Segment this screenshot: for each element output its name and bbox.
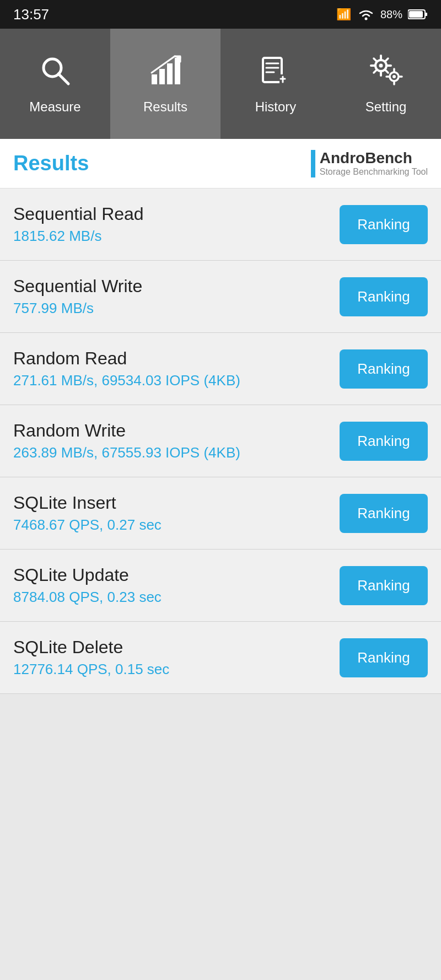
result-value-sqlite-update: 8784.08 QPS, 0.23 sec [13,589,340,606]
wifi-icon [357,8,375,21]
measure-icon [38,53,72,93]
svg-point-16 [379,63,383,67]
result-row-sqlite-insert: SQLite Insert 7468.67 QPS, 0.27 sec Rank… [0,477,441,550]
result-info-random-write: Random Write 263.89 MB/s, 67555.93 IOPS … [13,421,340,461]
result-value-sequential-read: 1815.62 MB/s [13,228,340,245]
svg-line-6 [58,74,68,84]
svg-line-24 [374,70,377,73]
result-name-sequential-write: Sequential Write [13,276,340,297]
tab-results-label: Results [143,99,187,115]
svg-text:📶: 📶 [336,8,352,20]
svg-rect-8 [159,69,165,84]
svg-rect-4 [409,11,423,18]
tab-setting[interactable]: Setting [331,29,441,139]
results-list: Sequential Read 1815.62 MB/s Ranking Seq… [0,189,441,694]
tab-history[interactable]: History [220,29,331,139]
result-info-sqlite-update: SQLite Update 8784.08 QPS, 0.23 sec [13,565,340,606]
ranking-button-sqlite-update[interactable]: Ranking [340,566,428,605]
ranking-button-random-write[interactable]: Ranking [340,422,428,461]
logo-sub-text: Storage Benchmarking Tool [320,167,428,177]
ranking-button-sqlite-insert[interactable]: Ranking [340,494,428,533]
logo-bar [311,150,315,177]
result-name-sequential-read: Sequential Read [13,204,340,224]
result-info-sqlite-insert: SQLite Insert 7468.67 QPS, 0.27 sec [13,493,340,534]
result-row-sqlite-delete: SQLite Delete 12776.14 QPS, 0.15 sec Ran… [0,622,441,694]
svg-point-26 [392,75,396,78]
result-row-sequential-write: Sequential Write 757.99 MB/s Ranking [0,261,441,333]
result-name-sqlite-insert: SQLite Insert [13,493,340,513]
ranking-button-random-read[interactable]: Ranking [340,349,428,389]
result-value-sequential-write: 757.99 MB/s [13,300,340,317]
svg-line-21 [374,58,377,61]
result-name-random-read: Random Read [13,348,340,369]
tab-setting-label: Setting [365,99,407,115]
logo: AndroBench Storage Benchmarking Tool [311,150,428,177]
nav-tabs: Measure Results [0,29,441,139]
result-info-sqlite-delete: SQLite Delete 12776.14 QPS, 0.15 sec [13,637,340,678]
history-icon [259,53,293,93]
ranking-button-sqlite-delete[interactable]: Ranking [340,638,428,677]
results-header: Results AndroBench Storage Benchmarking … [0,139,441,189]
svg-line-22 [385,70,388,73]
result-name-random-write: Random Write [13,421,340,441]
result-value-random-read: 271.61 MB/s, 69534.03 IOPS (4KB) [13,372,340,389]
wifi-icon: 📶 [336,8,352,20]
logo-main-text: AndroBench [320,150,428,167]
result-name-sqlite-update: SQLite Update [13,565,340,585]
svg-rect-10 [175,58,180,84]
battery-percentage: 88% [380,8,402,21]
battery-icon [408,9,428,20]
tab-results[interactable]: Results [110,29,220,139]
result-info-sequential-write: Sequential Write 757.99 MB/s [13,276,340,317]
result-value-random-write: 263.89 MB/s, 67555.93 IOPS (4KB) [13,444,340,461]
result-row-random-write: Random Write 263.89 MB/s, 67555.93 IOPS … [0,405,441,477]
tab-measure-label: Measure [29,99,80,115]
tab-history-label: History [255,99,297,115]
svg-rect-3 [425,13,427,16]
setting-icon [369,53,403,93]
svg-rect-7 [152,74,157,84]
logo-text: AndroBench Storage Benchmarking Tool [320,150,428,176]
bottom-area [0,694,441,914]
status-icons: 📶 88% [336,8,428,21]
status-time: 13:57 [13,6,49,23]
result-row-sequential-read: Sequential Read 1815.62 MB/s Ranking [0,189,441,261]
svg-point-1 [364,18,367,20]
svg-rect-9 [167,63,173,84]
svg-rect-11 [263,58,282,82]
result-info-random-read: Random Read 271.61 MB/s, 69534.03 IOPS (… [13,348,340,389]
result-row-random-read: Random Read 271.61 MB/s, 69534.03 IOPS (… [0,333,441,405]
tab-measure[interactable]: Measure [0,29,110,139]
result-info-sequential-read: Sequential Read 1815.62 MB/s [13,204,340,245]
results-icon [148,53,182,93]
result-row-sqlite-update: SQLite Update 8784.08 QPS, 0.23 sec Rank… [0,550,441,622]
page-title: Results [13,152,89,175]
status-bar: 13:57 📶 88% [0,0,441,29]
ranking-button-sequential-write[interactable]: Ranking [340,277,428,316]
result-value-sqlite-insert: 7468.67 QPS, 0.27 sec [13,516,340,534]
ranking-button-sequential-read[interactable]: Ranking [340,205,428,244]
result-name-sqlite-delete: SQLite Delete [13,637,340,658]
svg-line-23 [385,58,388,61]
result-value-sqlite-delete: 12776.14 QPS, 0.15 sec [13,661,340,678]
